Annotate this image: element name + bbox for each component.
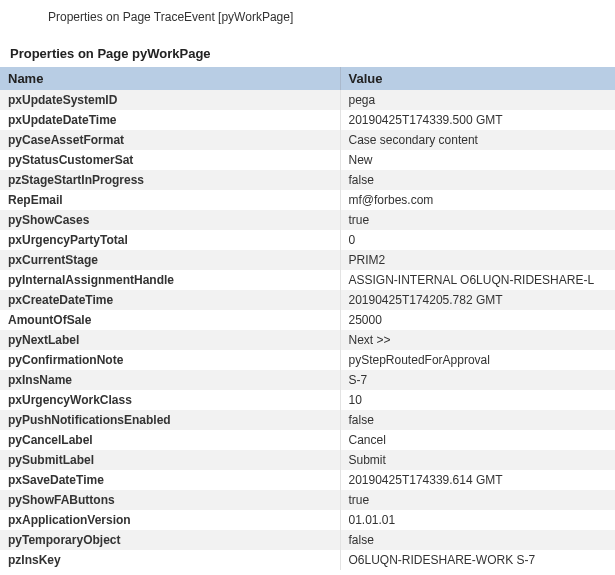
- table-row: pyShowCasestrue: [0, 210, 615, 230]
- table-row: pyCancelLabelCancel: [0, 430, 615, 450]
- property-value: false: [340, 530, 615, 550]
- property-value: false: [340, 410, 615, 430]
- property-name: pxApplicationVersion: [0, 510, 340, 530]
- property-value: pyStepRoutedForApproval: [340, 350, 615, 370]
- table-row: pyCaseAssetFormatCase secondary content: [0, 130, 615, 150]
- table-row: pyPushNotificationsEnabledfalse: [0, 410, 615, 430]
- property-value: 20190425T174339.500 GMT: [340, 110, 615, 130]
- property-name: pyInternalAssignmentHandle: [0, 270, 340, 290]
- property-value: Cancel: [340, 430, 615, 450]
- column-header-name[interactable]: Name: [0, 67, 340, 90]
- property-value: O6LUQN-RIDESHARE-WORK S-7: [340, 550, 615, 570]
- property-value: 25000: [340, 310, 615, 330]
- property-value: Submit: [340, 450, 615, 470]
- section-title: Properties on Page pyWorkPage: [0, 46, 615, 67]
- property-name: pyPushNotificationsEnabled: [0, 410, 340, 430]
- property-value: 20190425T174205.782 GMT: [340, 290, 615, 310]
- table-row: pyShowFAButtonstrue: [0, 490, 615, 510]
- table-row: pyNextLabelNext >>: [0, 330, 615, 350]
- property-name: pyShowCases: [0, 210, 340, 230]
- table-row: pxUrgencyWorkClass10: [0, 390, 615, 410]
- property-name: pxCreateDateTime: [0, 290, 340, 310]
- property-value: Next >>: [340, 330, 615, 350]
- property-name: pyNextLabel: [0, 330, 340, 350]
- property-name: pzInsKey: [0, 550, 340, 570]
- property-name: pyConfirmationNote: [0, 350, 340, 370]
- table-row: AmountOfSale25000: [0, 310, 615, 330]
- property-name: RepEmail: [0, 190, 340, 210]
- table-row: pyConfirmationNotepyStepRoutedForApprova…: [0, 350, 615, 370]
- property-value: Case secondary content: [340, 130, 615, 150]
- table-row: pyStatusCustomerSatNew: [0, 150, 615, 170]
- property-value: S-7: [340, 370, 615, 390]
- property-name: pyStatusCustomerSat: [0, 150, 340, 170]
- property-name: pyCaseAssetFormat: [0, 130, 340, 150]
- table-row: RepEmailmf@forbes.com: [0, 190, 615, 210]
- property-value: pega: [340, 90, 615, 110]
- property-value: PRIM2: [340, 250, 615, 270]
- property-value: mf@forbes.com: [340, 190, 615, 210]
- property-name: pxUrgencyPartyTotal: [0, 230, 340, 250]
- properties-scroll-pane[interactable]: Properties on Page TraceEvent [pyWorkPag…: [0, 0, 615, 575]
- property-value: 01.01.01: [340, 510, 615, 530]
- property-value: 20190425T174339.614 GMT: [340, 470, 615, 490]
- property-name: pyCancelLabel: [0, 430, 340, 450]
- property-name: pxInsName: [0, 370, 340, 390]
- property-value: true: [340, 490, 615, 510]
- table-row: pxUpdateSystemIDpega: [0, 90, 615, 110]
- table-row: pxUpdateDateTime20190425T174339.500 GMT: [0, 110, 615, 130]
- property-value: false: [340, 170, 615, 190]
- table-row: pySubmitLabelSubmit: [0, 450, 615, 470]
- table-row: pxSaveDateTime20190425T174339.614 GMT: [0, 470, 615, 490]
- column-header-value[interactable]: Value: [340, 67, 615, 90]
- table-row: pzStageStartInProgressfalse: [0, 170, 615, 190]
- property-name: AmountOfSale: [0, 310, 340, 330]
- property-value: 0: [340, 230, 615, 250]
- table-row: pxCreateDateTime20190425T174205.782 GMT: [0, 290, 615, 310]
- table-row: pxApplicationVersion01.01.01: [0, 510, 615, 530]
- property-name: pxSaveDateTime: [0, 470, 340, 490]
- table-row: pxUrgencyPartyTotal0: [0, 230, 615, 250]
- property-name: pyTemporaryObject: [0, 530, 340, 550]
- table-row: pzInsKeyO6LUQN-RIDESHARE-WORK S-7: [0, 550, 615, 570]
- table-row: pyTemporaryObjectfalse: [0, 530, 615, 550]
- page-title: Properties on Page TraceEvent [pyWorkPag…: [0, 0, 615, 46]
- property-name: pzStageStartInProgress: [0, 170, 340, 190]
- property-value: New: [340, 150, 615, 170]
- property-name: pxUrgencyWorkClass: [0, 390, 340, 410]
- property-name: pxUpdateDateTime: [0, 110, 340, 130]
- table-row: pxInsNameS-7: [0, 370, 615, 390]
- properties-table: Name Value pxUpdateSystemIDpegapxUpdateD…: [0, 67, 615, 570]
- property-value: ASSIGN-INTERNAL O6LUQN-RIDESHARE-L: [340, 270, 615, 290]
- property-name: pxUpdateSystemID: [0, 90, 340, 110]
- property-name: pxCurrentStage: [0, 250, 340, 270]
- table-row: pyInternalAssignmentHandleASSIGN-INTERNA…: [0, 270, 615, 290]
- property-value: true: [340, 210, 615, 230]
- property-name: pySubmitLabel: [0, 450, 340, 470]
- table-row: pxCurrentStagePRIM2: [0, 250, 615, 270]
- property-value: 10: [340, 390, 615, 410]
- property-name: pyShowFAButtons: [0, 490, 340, 510]
